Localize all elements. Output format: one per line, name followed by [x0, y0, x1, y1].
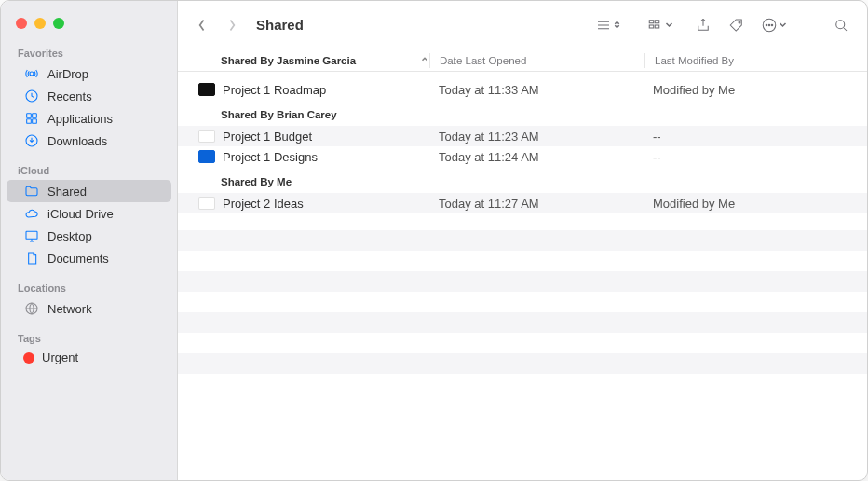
file-name: Project 1 Roadmap: [223, 83, 326, 97]
svg-point-17: [771, 24, 773, 26]
sidebar-item-label: iCloud Drive: [47, 207, 114, 221]
tags-button[interactable]: [724, 13, 750, 37]
sidebar-item-label: Downloads: [47, 134, 107, 148]
file-list[interactable]: Project 1 RoadmapToday at 11:33 AMModifi…: [178, 72, 867, 480]
file-icon: [198, 197, 215, 210]
sidebar-item-tag-urgent[interactable]: Urgent: [7, 348, 171, 367]
file-name: Project 1 Designs: [223, 150, 318, 164]
sidebar-item-label: Documents: [47, 252, 109, 266]
airdrop-icon: [23, 65, 40, 82]
minimize-button[interactable]: [34, 18, 46, 29]
svg-rect-4: [27, 119, 32, 124]
sidebar-item-documents[interactable]: Documents: [7, 247, 171, 269]
file-icon: [198, 83, 215, 96]
svg-point-0: [30, 72, 34, 76]
file-date: Today at 11:33 AM: [429, 83, 644, 97]
column-header-modified[interactable]: Last Modified By: [645, 55, 861, 66]
sidebar-item-downloads[interactable]: Downloads: [7, 130, 171, 152]
sidebar-item-shared[interactable]: Shared: [7, 180, 171, 202]
file-modified-by: --: [644, 150, 858, 164]
tag-dot-icon: [23, 352, 34, 364]
apps-icon: [23, 110, 40, 127]
file-row[interactable]: Project 2 IdeasToday at 11:27 AMModified…: [178, 193, 867, 213]
file-modified-by: Modified by Me: [644, 83, 858, 97]
sidebar-section-favorites: Favorites: [1, 42, 177, 62]
file-date: Today at 11:27 AM: [429, 197, 644, 211]
desktop-icon: [23, 227, 40, 244]
sidebar-item-label: Shared: [47, 185, 87, 199]
file-row[interactable]: Project 1 DesignsToday at 11:24 AM--: [178, 146, 867, 167]
cloud-icon: [23, 205, 40, 222]
svg-point-13: [739, 21, 740, 23]
file-modified-by: Modified by Me: [644, 197, 858, 211]
finder-window: Favorites AirDrop Recents Applications D…: [0, 0, 868, 481]
file-row[interactable]: Project 1 BudgetToday at 11:23 AM--: [178, 126, 867, 146]
sidebar-item-label: Network: [47, 302, 92, 316]
file-name: Project 2 Ideas: [223, 197, 304, 211]
empty-rows: [178, 213, 867, 394]
svg-rect-3: [33, 114, 37, 118]
file-date: Today at 11:23 AM: [429, 130, 644, 144]
sidebar-item-label: Recents: [47, 89, 92, 103]
sidebar-item-applications[interactable]: Applications: [7, 107, 171, 130]
view-mode-group: [586, 13, 631, 37]
window-title: Shared: [256, 17, 304, 33]
group-by-button[interactable]: [644, 13, 677, 37]
documents-icon: [23, 250, 40, 267]
toolbar: Shared: [178, 1, 867, 49]
share-button[interactable]: [690, 13, 716, 37]
search-button[interactable]: [828, 13, 854, 37]
svg-rect-9: [649, 20, 654, 22]
sidebar-item-label: AirDrop: [47, 67, 88, 81]
file-name: Project 1 Budget: [223, 130, 312, 144]
file-modified-by: --: [644, 130, 858, 144]
sidebar-item-recents[interactable]: Recents: [7, 85, 171, 107]
shared-folder-icon: [23, 183, 40, 199]
svg-point-16: [768, 24, 770, 26]
column-header-name[interactable]: Shared By Jasmine Garcia: [178, 55, 429, 66]
svg-rect-7: [26, 231, 37, 239]
globe-icon: [23, 300, 40, 317]
svg-rect-10: [655, 20, 659, 22]
sidebar: Favorites AirDrop Recents Applications D…: [1, 1, 178, 480]
column-header-date[interactable]: Date Last Opened: [430, 55, 644, 66]
group-header: Shared By Brian Carey: [178, 100, 867, 126]
window-controls: [1, 8, 177, 42]
sidebar-item-label: Applications: [47, 112, 113, 126]
svg-rect-11: [649, 25, 654, 28]
sidebar-section-tags: Tags: [1, 327, 177, 348]
file-icon: [198, 150, 215, 163]
svg-rect-12: [655, 25, 659, 28]
sidebar-item-desktop[interactable]: Desktop: [7, 225, 171, 247]
svg-point-15: [766, 24, 767, 26]
sidebar-item-network[interactable]: Network: [7, 297, 171, 320]
sidebar-item-airdrop[interactable]: AirDrop: [7, 62, 171, 85]
zoom-button[interactable]: [53, 18, 64, 29]
svg-point-18: [836, 20, 845, 28]
main-pane: Shared: [178, 1, 867, 480]
svg-rect-5: [33, 119, 37, 124]
view-list-button[interactable]: [591, 13, 625, 37]
file-icon: [198, 130, 215, 143]
svg-rect-2: [27, 114, 32, 118]
group-by-group: [638, 13, 683, 37]
forward-button[interactable]: [221, 12, 243, 38]
sidebar-item-label: Urgent: [42, 350, 78, 364]
downloads-icon: [23, 132, 40, 149]
back-button[interactable]: [191, 12, 213, 38]
group-header: Shared By Me: [178, 167, 867, 193]
sidebar-section-icloud: iCloud: [1, 159, 177, 180]
clock-icon: [23, 88, 40, 104]
columns-header: Shared By Jasmine Garcia Date Last Opene…: [178, 49, 867, 72]
sort-ascending-icon: [420, 55, 429, 66]
sidebar-section-locations: Locations: [1, 277, 177, 297]
file-date: Today at 11:24 AM: [429, 150, 644, 164]
sidebar-item-icloud-drive[interactable]: iCloud Drive: [7, 202, 171, 225]
sidebar-item-label: Desktop: [47, 229, 92, 243]
file-row[interactable]: Project 1 RoadmapToday at 11:33 AMModifi…: [178, 79, 867, 100]
close-button[interactable]: [16, 18, 27, 29]
more-button[interactable]: [757, 13, 791, 37]
